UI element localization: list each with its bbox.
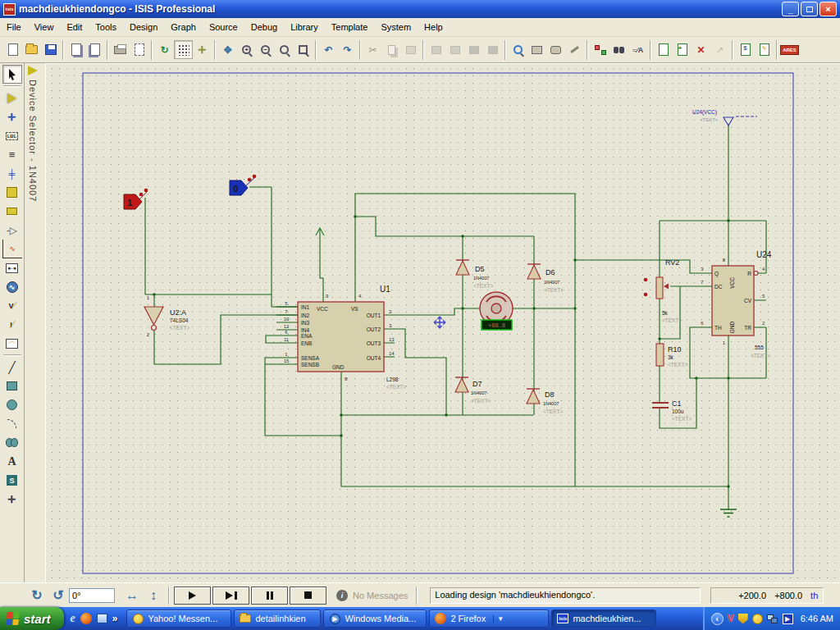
voltage-probe-icon[interactable]: V⁄	[2, 296, 22, 315]
diode-d5[interactable]: D5 1N4007 <TEXT>	[456, 260, 493, 289]
zoom-out-icon[interactable]: −	[256, 40, 275, 59]
hide-icons-chevron[interactable]: ‹	[711, 613, 724, 625]
security-shield-icon[interactable]	[738, 614, 748, 624]
cut-icon[interactable]: ✂	[363, 40, 382, 59]
zoom-area-icon[interactable]	[294, 40, 313, 59]
stop-button[interactable]	[290, 587, 326, 605]
packaging-tool-icon[interactable]	[546, 40, 565, 59]
task-detailinhkien-folder[interactable]: detailinhkien	[234, 609, 321, 628]
menu-help[interactable]: Help	[418, 19, 450, 35]
diode-d7[interactable]: D7 1N4007 <TEXT>	[455, 377, 491, 404]
task-windows-media[interactable]: ▶ Windows Media...	[323, 609, 427, 628]
quick-launch-overflow-chevron[interactable]: »	[112, 613, 118, 624]
task-isis-machdieukhien[interactable]: isis machdieukhien...	[551, 609, 656, 628]
menu-graph[interactable]: Graph	[164, 19, 203, 35]
close-button[interactable]: ×	[819, 2, 837, 16]
power-terminal-u24vcc[interactable]: U24(VCC) <TEXT>	[692, 109, 757, 126]
netlist-to-ares-icon[interactable]: ARES	[780, 40, 799, 59]
pause-button[interactable]	[251, 587, 288, 605]
pan-icon[interactable]: ✥	[218, 40, 237, 59]
rotation-angle-input[interactable]	[69, 588, 115, 603]
junction-dot-icon[interactable]: ✛	[2, 107, 22, 126]
start-button[interactable]: start	[0, 607, 64, 630]
subcircuit-icon[interactable]	[2, 183, 22, 202]
property-assignment-icon[interactable]: =⁄A	[628, 40, 647, 59]
bill-of-materials-icon[interactable]: $	[736, 40, 755, 59]
menu-system[interactable]: System	[374, 19, 418, 35]
logic-state-1[interactable]: 1	[124, 189, 148, 209]
explorer-icon[interactable]	[97, 614, 107, 623]
pick-device-icon[interactable]	[509, 40, 527, 59]
block-delete-icon[interactable]	[483, 40, 502, 59]
generator-icon[interactable]: ∿	[2, 277, 22, 296]
capacitor-c1[interactable]: C1 100u <TEXT>	[652, 399, 692, 422]
print-icon[interactable]	[111, 40, 130, 59]
selection-pointer-icon[interactable]	[2, 65, 22, 84]
2d-text-icon[interactable]: A	[2, 452, 22, 471]
yahoo-tray-icon[interactable]	[752, 614, 763, 624]
menu-design[interactable]: Design	[123, 19, 164, 35]
2d-line-icon[interactable]: ╱	[2, 358, 22, 377]
new-sheet-icon[interactable]: +	[673, 40, 692, 59]
menu-debug[interactable]: Debug	[244, 19, 284, 35]
mirror-vertical-icon[interactable]: ↕	[143, 587, 164, 605]
grid-toggle-icon[interactable]	[174, 40, 193, 59]
tape-recorder-icon[interactable]: ●-●	[2, 258, 22, 277]
device-pin-icon[interactable]: -▷	[2, 221, 22, 240]
menu-template[interactable]: Template	[325, 19, 375, 35]
2d-path-icon[interactable]	[2, 433, 22, 452]
block-rotate-icon[interactable]	[464, 40, 483, 59]
2d-box-icon[interactable]	[2, 377, 22, 395]
network-tray-icon[interactable]	[767, 614, 778, 623]
menu-file[interactable]: File	[0, 19, 28, 35]
rotate-anticlockwise-icon[interactable]: ↺	[48, 587, 69, 605]
copy-icon[interactable]	[382, 40, 401, 59]
logic-state-0[interactable]: 0	[230, 175, 256, 195]
design-explorer-icon[interactable]	[654, 40, 673, 59]
virtual-instrument-icon[interactable]: ◠	[2, 334, 22, 353]
electrical-rule-check-icon[interactable]: ϟ	[755, 40, 774, 59]
wire-label-icon[interactable]: LBL	[2, 126, 22, 145]
undo-icon[interactable]: ↶	[319, 40, 338, 59]
step-button[interactable]	[212, 587, 249, 605]
menu-source[interactable]: Source	[203, 19, 244, 35]
diode-d6[interactable]: D6 1N4007 <TEXT>	[527, 264, 564, 293]
component-mode-icon[interactable]	[2, 89, 22, 107]
import-icon[interactable]	[66, 40, 85, 59]
menu-library[interactable]: Library	[284, 19, 325, 35]
menu-edit[interactable]: Edit	[60, 19, 89, 35]
text-script-icon[interactable]: ≡	[2, 145, 22, 164]
rotate-clockwise-icon[interactable]: ↻	[26, 587, 48, 605]
task-firefox-group[interactable]: 2 Firefox ▼	[429, 609, 549, 628]
paste-icon[interactable]	[401, 40, 420, 59]
menu-tools[interactable]: Tools	[89, 19, 123, 35]
pot-rv2[interactable]: RV2 5k <TEXT>	[644, 258, 682, 323]
block-copy-icon[interactable]	[427, 40, 445, 59]
play-button[interactable]	[174, 587, 211, 605]
diode-d8[interactable]: D8 1N4007 <TEXT>	[527, 389, 563, 414]
2d-arc-icon[interactable]	[2, 414, 22, 433]
goto-sheet-icon[interactable]: ↗	[710, 40, 729, 59]
2d-symbol-icon[interactable]: S	[2, 471, 22, 490]
minimize-button[interactable]: _	[782, 2, 799, 16]
task-yahoo-messenger[interactable]: Yahoo! Messen...	[126, 609, 231, 628]
decompose-icon[interactable]	[565, 40, 584, 59]
mirror-horizontal-icon[interactable]: ↔	[121, 587, 143, 605]
wire-autorouter-icon[interactable]	[591, 40, 609, 59]
resistor-r10[interactable]: R10 3k <TEXT>	[656, 344, 687, 368]
save-icon[interactable]	[41, 40, 60, 59]
inverter-u2a[interactable]: 1 2 U2:A 74LS04 <TEXT>	[144, 295, 189, 337]
maximize-button[interactable]	[801, 2, 818, 16]
zoom-all-icon[interactable]	[275, 40, 294, 59]
block-move-icon[interactable]	[445, 40, 464, 59]
graph-mode-icon[interactable]: ∿	[2, 240, 22, 258]
2d-circle-icon[interactable]	[2, 395, 22, 414]
open-folder-icon[interactable]	[22, 40, 41, 59]
origin-icon[interactable]: ✛	[193, 40, 212, 59]
redo-icon[interactable]: ↷	[338, 40, 357, 59]
new-file-icon[interactable]	[3, 40, 22, 59]
terminal-icon[interactable]	[2, 202, 22, 221]
firefox-icon[interactable]	[80, 613, 92, 624]
menu-view[interactable]: View	[28, 19, 61, 35]
2d-marker-icon[interactable]: ✛	[2, 490, 22, 509]
